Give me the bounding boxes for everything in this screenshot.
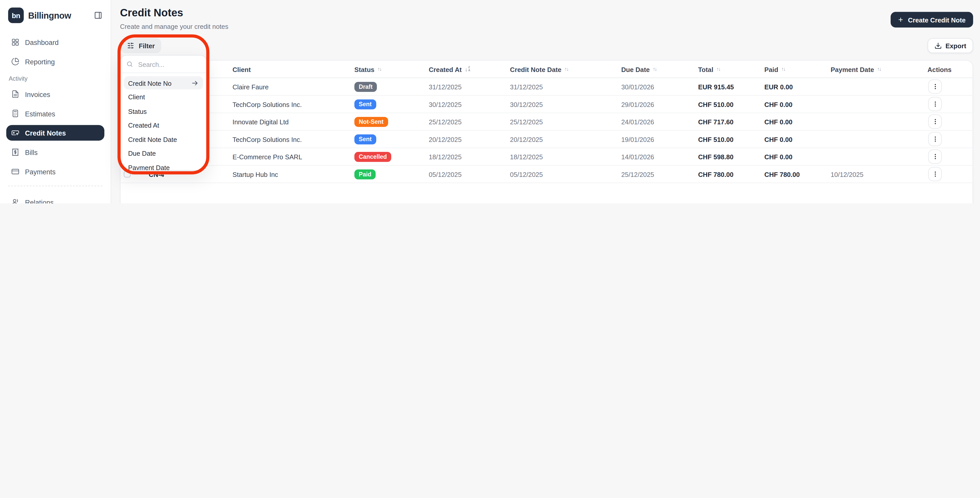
cell-text-created_at: 20/12/2025 <box>429 135 462 143</box>
column-label: Payment Date <box>831 65 874 73</box>
row-actions-button[interactable] <box>928 149 942 164</box>
create-credit-note-button[interactable]: + Create Credit Note <box>891 12 973 27</box>
column-label: Due Date <box>621 65 649 73</box>
filter-button[interactable]: Filter <box>121 38 161 53</box>
cell-client: Startup Hub Inc <box>232 170 355 178</box>
export-button[interactable]: Export <box>928 38 973 53</box>
cell-text-total: CHF 510.00 <box>698 135 734 143</box>
sidebar-item-dashboard[interactable]: Dashboard <box>6 35 104 50</box>
cell-created_at: 05/12/2025 <box>429 170 510 178</box>
table-row[interactable]: Innovate Digital LtdNot-Sent25/12/202525… <box>121 113 973 131</box>
sort-descending-icon[interactable]: ↓ZA <box>465 66 470 72</box>
filter-menu-item[interactable]: Due Date <box>124 146 203 159</box>
cell-status: Cancelled <box>355 152 429 162</box>
filter-menu-item[interactable]: Status <box>124 104 203 118</box>
cell-text-client: TechCorp Solutions Inc. <box>232 100 302 108</box>
cell-text-client: TechCorp Solutions Inc. <box>232 135 302 143</box>
cell-due_date: 19/01/2026 <box>621 135 698 143</box>
sidebar-item-label: Bills <box>25 148 38 156</box>
sidebar-item-bills[interactable]: Bills <box>6 145 104 160</box>
cell-total: CHF 598.80 <box>698 153 765 160</box>
filter-menu-item[interactable]: Created At <box>124 118 203 132</box>
column-header-actions: Actions <box>928 65 972 73</box>
filter-menu-item[interactable]: Payment Date <box>124 161 203 170</box>
sidebar-item-credit-notes[interactable]: Credit Notes <box>6 125 104 141</box>
row-actions-button[interactable] <box>928 167 942 181</box>
status-badge: Draft <box>355 82 377 92</box>
cell-credit_note_date: 18/12/2025 <box>510 153 621 160</box>
column-label: Actions <box>928 65 951 73</box>
sidebar-item-invoices[interactable]: Invoices <box>6 86 104 102</box>
cell-text-total: CHF 717.60 <box>698 118 734 125</box>
cell-credit_note_date: 05/12/2025 <box>510 170 621 178</box>
sort-icon[interactable]: ↑↓ <box>377 66 381 72</box>
kebab-icon <box>932 135 939 142</box>
cell-total: CHF 510.00 <box>698 100 765 108</box>
cell-text-credit_note_date: 20/12/2025 <box>510 135 543 143</box>
filter-menu-item[interactable]: Credit Note No <box>124 76 203 89</box>
sidebar-collapse-icon[interactable] <box>94 11 102 19</box>
cell-actions <box>928 167 972 181</box>
cell-paid: EUR 0.00 <box>764 83 831 90</box>
export-label: Export <box>945 42 966 49</box>
cell-total: CHF 717.60 <box>698 118 765 125</box>
table-row[interactable]: CN-4Startup Hub IncPaid05/12/202505/12/2… <box>121 165 973 183</box>
cell-credit_note_date: 31/12/2025 <box>510 83 621 90</box>
column-label: Client <box>232 65 251 73</box>
cell-paid: CHF 0.00 <box>764 153 831 160</box>
column-header-created_at: Created At↓ZA <box>429 65 510 73</box>
kebab-icon <box>932 100 939 107</box>
table-row[interactable]: Claire FaureDraft31/12/202531/12/202530/… <box>121 78 973 96</box>
filter-label: Filter <box>139 42 155 49</box>
cell-text-paid: CHF 0.00 <box>764 118 792 125</box>
cell-status: Sent <box>355 99 429 109</box>
sidebar-item-reporting[interactable]: Reporting <box>6 54 104 69</box>
create-credit-note-label: Create Credit Note <box>908 16 966 23</box>
kebab-icon <box>932 118 939 125</box>
page-title: Credit Notes <box>120 7 183 19</box>
column-header-payment_date: Payment Date↑↓ <box>831 65 928 73</box>
cell-due_date: 14/01/2026 <box>621 153 698 160</box>
cell-paid: CHF 780.00 <box>764 170 831 178</box>
cell-status: Paid <box>355 169 429 179</box>
app-logo: bn <box>8 7 24 23</box>
cell-client: TechCorp Solutions Inc. <box>232 100 355 108</box>
payments-icon <box>11 167 19 176</box>
cell-actions <box>928 115 972 129</box>
sidebar-item-payments[interactable]: Payments <box>6 164 104 180</box>
row-checkbox[interactable] <box>124 171 130 178</box>
row-actions-button[interactable] <box>928 80 942 94</box>
row-actions-button[interactable] <box>928 115 942 129</box>
filter-menu-item-label: Client <box>128 93 145 100</box>
filter-search-input[interactable] <box>137 60 200 68</box>
sort-icon[interactable]: ↑↓ <box>653 66 657 72</box>
filter-menu-item-label: Credit Note Date <box>128 135 177 143</box>
sidebar-header: bn Billingnow <box>0 0 110 28</box>
cell-total: CHF 510.00 <box>698 135 765 143</box>
cell-text-total: CHF 510.00 <box>698 100 734 108</box>
table-row[interactable]: TechCorp Solutions Inc.Sent20/12/202520/… <box>121 131 973 148</box>
sidebar-item-estimates[interactable]: Estimates <box>6 106 104 121</box>
table-row[interactable]: TechCorp Solutions Inc.Sent30/12/202530/… <box>121 96 973 113</box>
cell-client: TechCorp Solutions Inc. <box>232 135 355 143</box>
filter-menu-item[interactable]: Credit Note Date <box>124 132 203 145</box>
cell-text-payment_date: 10/12/2025 <box>831 170 864 178</box>
sidebar-item-relations[interactable]: Relations <box>6 194 104 204</box>
sort-icon[interactable]: ↑↓ <box>716 66 720 72</box>
estimates-icon <box>11 110 19 118</box>
filter-menu-item-label: Payment Date <box>128 163 170 170</box>
cell-client: E-Commerce Pro SARL <box>232 153 355 160</box>
table-row[interactable]: E-Commerce Pro SARLCancelled18/12/202518… <box>121 148 973 165</box>
filter-menu-item-label: Credit Note No <box>128 79 172 86</box>
cell-text-due_date: 29/01/2026 <box>621 100 654 108</box>
sort-icon[interactable]: ↑↓ <box>781 66 785 72</box>
bills-icon <box>11 148 19 156</box>
sort-icon[interactable]: ↑↓ <box>565 66 568 72</box>
cell-text-credit_note_no: CN-4 <box>149 170 164 178</box>
sort-icon[interactable]: ↑↓ <box>877 66 881 72</box>
status-badge: Sent <box>355 134 376 144</box>
table-header-row: ClientStatus↑↓Created At↓ZACredit Note D… <box>121 61 973 78</box>
row-actions-button[interactable] <box>928 97 942 111</box>
row-actions-button[interactable] <box>928 132 942 146</box>
filter-menu-item[interactable]: Client <box>124 91 203 103</box>
